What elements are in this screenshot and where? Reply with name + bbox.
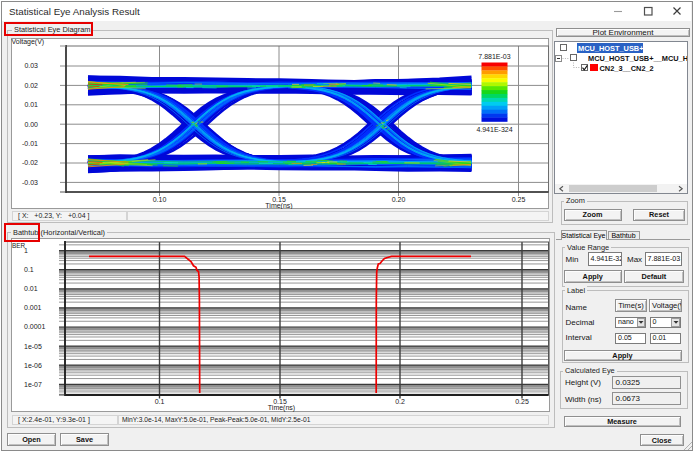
- svg-text:0.10: 0.10: [152, 195, 166, 202]
- svg-text:0.25: 0.25: [515, 398, 529, 405]
- svg-text:0.1: 0.1: [154, 398, 164, 405]
- svg-text:1e-05: 1e-05: [24, 343, 42, 350]
- svg-text:7.881E-03: 7.881E-03: [478, 52, 510, 59]
- svg-text:0.20: 0.20: [391, 195, 405, 202]
- svg-text:0.01: 0.01: [24, 285, 38, 292]
- svg-text:-0.03: -0.03: [22, 178, 38, 185]
- svg-text:0.01: 0.01: [24, 101, 38, 108]
- svg-text:0.00: 0.00: [24, 120, 38, 127]
- svg-text:Time(ns): Time(ns): [267, 404, 294, 412]
- svg-text:0.0001: 0.0001: [24, 323, 46, 330]
- svg-text:0.25: 0.25: [511, 195, 525, 202]
- svg-text:0.1: 0.1: [24, 266, 34, 273]
- svg-text:0.03: 0.03: [24, 62, 38, 69]
- svg-text:0.2: 0.2: [395, 398, 405, 405]
- svg-text:1: 1: [24, 247, 28, 254]
- svg-text:1e-07: 1e-07: [24, 381, 42, 388]
- svg-text:-0.02: -0.02: [22, 159, 38, 166]
- svg-text:Time(ns): Time(ns): [265, 201, 292, 209]
- svg-text:0.001: 0.001: [24, 304, 42, 311]
- svg-text:1e-06: 1e-06: [24, 362, 42, 369]
- svg-text:4.941E-324: 4.941E-324: [476, 125, 512, 132]
- svg-text:Voltage(V): Voltage(V): [11, 38, 44, 46]
- svg-text:0.02: 0.02: [24, 81, 38, 88]
- svg-text:-0.01: -0.01: [22, 140, 38, 147]
